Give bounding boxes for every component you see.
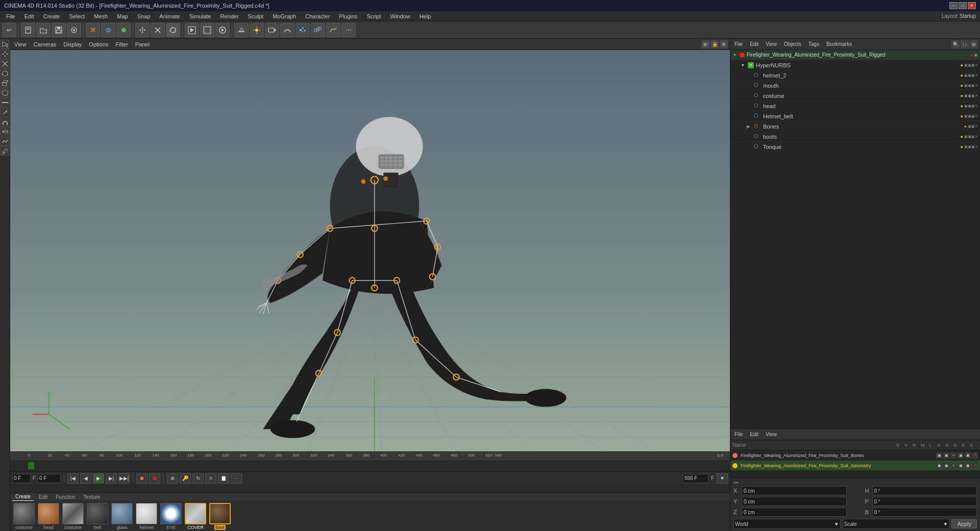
apply-button[interactable]: Apply [951, 519, 977, 528]
total-frames-input[interactable] [683, 474, 708, 483]
obj-item-mouth[interactable]: ⬡ mouth ● ▣▣▣✕ [730, 81, 980, 91]
particle-button[interactable] [296, 23, 310, 37]
menu-help[interactable]: Help [415, 12, 435, 20]
attr-item-geometry[interactable]: Firefighter_Wearing_Aluminized_Fire_Prox… [730, 461, 980, 471]
deformer-button[interactable] [326, 23, 340, 37]
menu-select[interactable]: Select [65, 12, 89, 20]
obj-menu-objects[interactable]: Objects [782, 40, 803, 48]
mat-tab-function[interactable]: Function [53, 493, 78, 501]
next-frame-button[interactable]: ▶| [106, 473, 117, 484]
obj-item-helmet2[interactable]: ⬡ helmet_2 ● ▣▣▣✕ [730, 70, 980, 81]
object-mode-button[interactable]: ⊙ [101, 23, 115, 37]
menu-render[interactable]: Render [216, 12, 242, 20]
attrs-menu-edit[interactable]: Edit [748, 431, 761, 438]
menu-snap[interactable]: Snap [133, 12, 155, 20]
model-mode-button[interactable]: ✕ [86, 23, 100, 37]
mat-tab-create[interactable]: Create [12, 493, 34, 501]
material-glass[interactable]: glass [111, 503, 133, 530]
menu-character[interactable]: Character [301, 12, 334, 20]
obj-menu-tags[interactable]: Tags [806, 40, 821, 48]
mat-tab-edit[interactable]: Edit [36, 493, 51, 501]
material-costume-2[interactable]: costume [62, 503, 84, 530]
sidebar-rotate-tool[interactable] [1, 69, 10, 78]
obj-item-costume[interactable]: ⬡ costume ● ▣▣▣✕ [730, 91, 980, 101]
play-button[interactable]: ▶ [93, 473, 104, 484]
open-button[interactable] [36, 23, 51, 37]
coord-p-input[interactable] [872, 497, 977, 506]
obj-search-icon[interactable]: 🔍 [951, 40, 960, 48]
obj-menu-bookmarks[interactable]: Bookmarks [824, 40, 854, 48]
frame-rate-button[interactable]: ▼ [717, 473, 728, 484]
scale-tool-button[interactable] [151, 23, 165, 37]
menu-simulate[interactable]: Simulate [185, 12, 215, 20]
obj-item-tonque[interactable]: ⬡ Tonque ● ▣▣▣✕ [730, 142, 980, 152]
more-tools-button[interactable]: ⋯ [341, 23, 356, 37]
auto-key-button[interactable]: ⊕ [167, 473, 178, 484]
material-belt[interactable]: belt [87, 503, 108, 530]
curve-button[interactable] [280, 23, 295, 37]
attr-icon-bones-1[interactable]: ▣ [936, 452, 942, 459]
sidebar-knife-tool[interactable] [1, 108, 10, 117]
attr-item-bones[interactable]: Firefighter_Wearing_Aluminized_Fire_Prox… [730, 450, 980, 461]
attr-icon-geo-3[interactable]: ≡ [950, 463, 957, 469]
menu-mograph[interactable]: MoGraph [268, 12, 300, 20]
viewport[interactable]: Perspective [10, 50, 730, 451]
texture-mode-button[interactable]: ⊕ [116, 23, 131, 37]
menu-mesh[interactable]: Mesh [90, 12, 112, 20]
material-eye[interactable]: EYE [160, 503, 182, 530]
coord-scale-dropdown[interactable]: Scale ▼ [843, 519, 950, 529]
vp-settings-icon[interactable]: ⚙ [720, 40, 728, 48]
material-boot[interactable]: boot [209, 503, 231, 530]
current-frame-input[interactable] [38, 474, 61, 483]
render-active-button[interactable] [185, 23, 199, 37]
timeline-options-button[interactable]: ≡ [205, 473, 216, 484]
record-button[interactable]: ⏺ [136, 473, 148, 484]
vp-menu-cameras[interactable]: Cameras [32, 40, 59, 48]
vp-menu-display[interactable]: Display [61, 40, 84, 48]
coord-x-input[interactable] [742, 486, 847, 495]
menu-sculpt[interactable]: Sculpt [244, 12, 268, 20]
render-region-button[interactable] [200, 23, 214, 37]
attr-icon-geo-1[interactable]: ▣ [936, 463, 942, 469]
attr-icon-bones-6[interactable]: ✕ [972, 452, 978, 459]
stop-record-button[interactable]: ⏹ [149, 473, 160, 484]
move-tool-button[interactable] [135, 23, 150, 37]
camera-button[interactable] [265, 23, 279, 37]
sidebar-mirror-tool[interactable] [1, 127, 10, 136]
sidebar-magnet-tool[interactable] [1, 117, 10, 127]
menu-map[interactable]: Map [113, 12, 132, 20]
attr-icon-bones-5[interactable]: ▣ [965, 452, 971, 459]
attr-icon-geo-5[interactable]: ▣ [965, 463, 971, 469]
menu-edit[interactable]: Edit [20, 12, 38, 20]
material-head[interactable]: head [38, 503, 59, 530]
obj-menu-edit[interactable]: Edit [748, 40, 761, 48]
obj-item-boots[interactable]: ⬡ boots ● ▣▣▣✕ [730, 132, 980, 142]
interactive-render-button[interactable] [215, 23, 230, 37]
new-scene-button[interactable] [21, 23, 35, 37]
sidebar-extrude-tool[interactable] [1, 79, 10, 88]
obj-item-bones[interactable]: ▶ ⟨⟩ Bones ● ▣▣✕ [730, 121, 980, 132]
vp-menu-view[interactable]: View [12, 40, 29, 48]
floor-button[interactable] [234, 23, 249, 37]
minimize-button[interactable]: ─ [949, 2, 958, 9]
material-costume-1[interactable]: costume [13, 503, 35, 530]
light-button[interactable] [250, 23, 264, 37]
attrs-menu-view[interactable]: View [764, 431, 779, 438]
timeline-ruler[interactable]: 0 20 40 60 80 100 120 140 160 180 200 22… [10, 452, 730, 461]
sidebar-selection-tool[interactable] [1, 40, 10, 49]
menu-file[interactable]: File [2, 12, 19, 20]
attrs-menu-file[interactable]: File [732, 431, 745, 438]
keyframe-button[interactable]: 🔑 [180, 473, 191, 484]
coord-b-input[interactable] [872, 508, 977, 517]
cloner-button[interactable] [311, 23, 325, 37]
obj-collapse-icon[interactable]: ↑↓ [961, 40, 969, 48]
save-button[interactable] [52, 23, 66, 37]
obj-menu-file[interactable]: File [732, 40, 745, 48]
obj-item-hypernurbs[interactable]: ▼ H HyperNURBS ● ▣▣▣✕ [730, 60, 980, 70]
mat-tab-texture[interactable]: Texture [81, 493, 104, 501]
go-to-end-button[interactable]: ▶▶| [118, 473, 130, 484]
menu-window[interactable]: Window [386, 12, 414, 20]
attr-icon-bones-3[interactable]: ≡ [950, 452, 957, 459]
vp-maximize-icon[interactable]: ⊞ [701, 40, 709, 48]
motion-clip-button[interactable]: 📋 [218, 473, 229, 484]
